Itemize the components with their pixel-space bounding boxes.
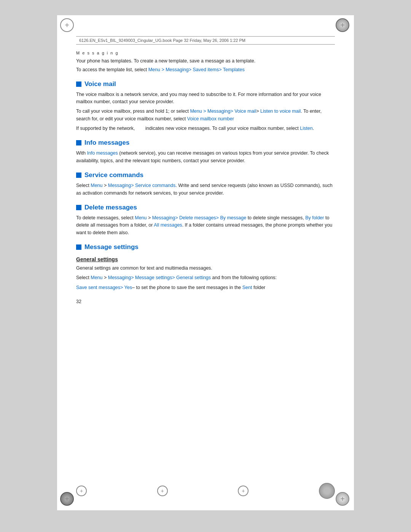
voice-mail-link-3[interactable]: Voice mailbox number (187, 116, 234, 121)
corner-deco-top-left (60, 18, 75, 34)
section-title-voice-mail: Voice mail (84, 80, 116, 88)
listen-link[interactable]: Listen (300, 126, 312, 131)
section-icon-message-settings (76, 244, 81, 250)
info-messages-link[interactable]: Info messages (87, 150, 118, 156)
section-voice-mail-heading: Voice mail (76, 80, 335, 88)
service-commands-para-1: Select Menu > Messaging> Service command… (76, 182, 335, 197)
section-service-commands-heading: Service commands (76, 171, 335, 179)
gs-link-messaging[interactable]: Messaging> (108, 275, 134, 280)
del-link-bymessage[interactable]: By message (220, 215, 246, 220)
sub-heading-general-settings: General settings (76, 256, 335, 262)
gs-link-settings[interactable]: Message settings> (135, 275, 175, 280)
header-bar: 6126.EN_ESv1_BIL_9249003_Cingular_UG.boo… (76, 36, 335, 45)
section-title-info-messages: Info messages (84, 139, 129, 147)
del-link-byfolder[interactable]: By folder (305, 215, 324, 220)
gs-link-sent[interactable]: Sent (242, 285, 252, 290)
bottom-deco-circle-1: + (76, 486, 87, 496)
service-cmd-link-messaging[interactable]: Messaging> (108, 183, 134, 188)
section-message-settings-heading: Message settings (76, 243, 335, 251)
section-delete-messages-heading: Delete messages (76, 204, 335, 211)
info-messages-para-1: With Info messages (network service), yo… (76, 150, 335, 165)
page-number: 32 (76, 299, 335, 304)
section-icon-service-commands (76, 173, 81, 178)
gs-link-save-sent[interactable]: Save sent messages> (76, 285, 123, 290)
section-icon-voice-mail (76, 81, 81, 87)
section-info-messages-heading: Info messages (76, 139, 335, 147)
section-title-message-settings: Message settings (84, 243, 139, 251)
del-link-menu[interactable]: Menu (135, 215, 147, 220)
gs-link-yes[interactable]: Yes (124, 285, 132, 290)
corner-deco-bottom-right (336, 492, 351, 507)
general-settings-para-3: Save sent messages> Yes– to set the phon… (76, 284, 335, 291)
templates-link[interactable]: Menu > Messaging> Saved items> Templates (148, 67, 245, 72)
section-title-service-commands: Service commands (84, 171, 143, 179)
bottom-deco-circle-2: + (157, 486, 168, 496)
page-content: M e s s a g i n g Your phone has templat… (76, 45, 335, 307)
del-link-all[interactable]: All messages (154, 222, 182, 228)
service-cmd-link-cmd[interactable]: Service commands (135, 183, 175, 188)
voice-mail-para-2: To call your voice mailbox, press and ho… (76, 108, 335, 123)
intro-text-1: Your phone has templates. To create a ne… (76, 58, 335, 65)
del-link-messaging[interactable]: Messaging> (152, 215, 178, 220)
general-settings-para-2: Select Menu > Messaging> Message setting… (76, 274, 335, 281)
corner-deco-top-right (336, 18, 351, 34)
delete-messages-para-1: To delete messages, select Menu > Messag… (76, 214, 335, 236)
service-cmd-link-menu[interactable]: Menu (91, 183, 102, 188)
header-bar-text: 6126.EN_ESv1_BIL_9249003_Cingular_UG.boo… (79, 38, 245, 43)
section-icon-delete-messages (76, 205, 81, 210)
voice-mail-link-2[interactable]: Listen to voice mail (260, 109, 301, 114)
bottom-deco-row: + + + (76, 483, 335, 499)
document-page: 6126.EN_ESv1_BIL_9249003_Cingular_UG.boo… (57, 15, 354, 510)
del-link-delete[interactable]: Delete messages> (179, 215, 219, 220)
corner-deco-bottom-left (60, 492, 75, 507)
gs-link-menu[interactable]: Menu (91, 275, 102, 280)
section-icon-info-messages (76, 140, 81, 145)
bottom-deco-circle-large (319, 483, 335, 499)
voice-mail-para-3: If supported by the network, indicates n… (76, 125, 335, 132)
voice-mail-link-1[interactable]: Menu > Messaging> Voice mail (190, 109, 256, 114)
intro-text-2: To access the template list, select Menu… (76, 66, 335, 73)
bottom-deco-circle-3: + (238, 486, 249, 496)
general-settings-para-1: General settings are common for text and… (76, 265, 335, 272)
section-title-delete-messages: Delete messages (84, 204, 137, 211)
section-label: M e s s a g i n g (76, 51, 335, 55)
gs-link-general[interactable]: General settings (176, 275, 211, 280)
voice-mail-para-1: The voice mailbox is a network service, … (76, 91, 335, 106)
